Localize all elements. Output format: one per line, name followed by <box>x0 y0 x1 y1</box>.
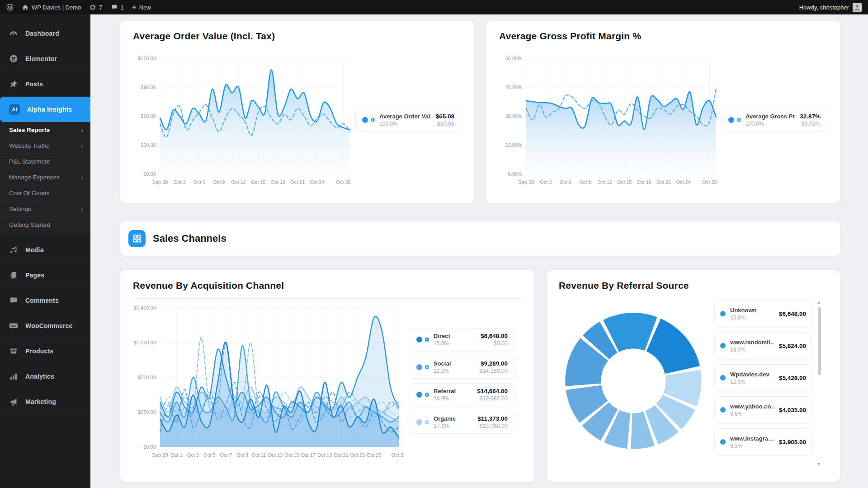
media-icon <box>9 245 18 254</box>
divider <box>131 49 463 49</box>
current-dot-icon <box>362 117 368 123</box>
donut-segment-6[interactable] <box>612 426 629 431</box>
svg-text:60.00%: 60.00% <box>505 56 523 61</box>
analytics-icon <box>9 372 18 381</box>
updates-count: 7 <box>99 4 102 11</box>
svg-text:$0.00: $0.00 <box>143 444 156 450</box>
posts-icon <box>9 80 18 89</box>
svg-text:Oct 1: Oct 1 <box>170 452 182 458</box>
sidebar-item-elementor[interactable]: Elementor <box>0 46 90 71</box>
section-title: Sales Channels <box>153 233 226 244</box>
sidebar-item-products[interactable]: Products <box>0 338 90 364</box>
donut-segment-8[interactable] <box>584 388 594 412</box>
source-value: $6,648.00 <box>779 310 806 317</box>
refresh-icon <box>89 4 96 11</box>
donut-segment-0[interactable] <box>611 331 651 336</box>
donut-segment-5[interactable] <box>632 429 649 432</box>
current-dot-icon <box>416 364 422 370</box>
divider <box>131 298 524 299</box>
svg-text:Oct 17: Oct 17 <box>301 452 316 458</box>
current-dot-icon <box>728 117 734 123</box>
scroll-up-arrow[interactable]: ▲ <box>816 300 821 305</box>
referral-source-item[interactable]: www.instagra…9.3%$3,905.00 <box>714 428 812 455</box>
sidebar-item-comments[interactable]: Comments <box>0 288 90 313</box>
wp-logo-icon[interactable] <box>6 4 14 11</box>
chevron-right-icon: › <box>81 174 83 181</box>
submenu-item-label: Cost Of Goods <box>9 190 49 197</box>
comments-count: 1 <box>121 4 124 11</box>
pages-icon <box>9 271 18 280</box>
legend-current-value: $14,664.00 <box>477 388 508 394</box>
legend-card-organic[interactable]: Organic27.1%$11,373.00$13,068.00 <box>410 411 514 434</box>
legend-name: Referral <box>434 388 472 394</box>
site-name-link[interactable]: WP Davies | Demo <box>22 4 81 11</box>
aov-line-chart[interactable]: Sep 30Oct 3Oct 6Oct 9Oct 12Oct 15Oct 18O… <box>133 52 355 188</box>
legend-card-direct[interactable]: Direct15.8%$6,648.00$0.00 <box>410 328 514 351</box>
legend-card-referral[interactable]: Referral34.9%$14,664.00$12,082.00 <box>410 383 514 406</box>
sidebar-item-label: Media <box>25 246 44 253</box>
submenu-item-cost-of-goods[interactable]: Cost Of Goods <box>0 185 90 201</box>
referral-source-item[interactable]: www.yahoo.co…9.6%$4,035.00 <box>714 396 812 423</box>
referral-source-item[interactable]: Unknown15.8%$6,648.00 <box>714 300 812 327</box>
legend-previous-value: $13,068.00 <box>477 423 508 429</box>
aov-legend-card[interactable]: Average Order Val… 100.0% $65.08 $60.06 <box>355 108 461 132</box>
sidebar-item-dashboard[interactable]: Dashboard <box>0 21 90 46</box>
legend-pct: 34.9% <box>434 395 472 402</box>
legend-name: Social <box>434 360 475 367</box>
referral-donut-chart[interactable] <box>559 306 708 455</box>
donut-segment-2[interactable] <box>680 373 684 400</box>
submenu-item-website-traffic[interactable]: Website Traffic› <box>0 138 90 154</box>
gpm-line-chart[interactable]: Sep 30Oct 3Oct 6Oct 9Oct 12Oct 15Oct 18O… <box>499 52 722 188</box>
source-dot-icon <box>720 311 726 316</box>
scrollbar-thumb[interactable] <box>818 307 821 375</box>
scroll-down-arrow[interactable]: ▼ <box>816 462 821 466</box>
dashboard-icon <box>9 29 18 38</box>
donut-segment-9[interactable] <box>583 349 594 385</box>
chevron-right-icon: › <box>81 205 83 213</box>
svg-text:Oct 15: Oct 15 <box>251 179 265 185</box>
referral-source-item[interactable]: Wpdavies.dev12.9%$5,428.00 <box>714 364 812 391</box>
submenu-item-p-l-statement[interactable]: P&L Statement <box>0 154 90 169</box>
legend-current-value: $9,289.00 <box>479 360 508 367</box>
donut-segment-7[interactable] <box>595 414 609 425</box>
acquisition-line-chart[interactable]: Sep 29Oct 1Oct 3Oct 5Oct 7Oct 9Oct 11Oct… <box>133 301 404 460</box>
account-menu[interactable]: Howdy, christopher <box>799 3 862 12</box>
sidebar-item-posts[interactable]: Posts <box>0 71 90 97</box>
svg-text:Oct 24: Oct 24 <box>310 179 324 185</box>
donut-segment-1[interactable] <box>654 335 683 370</box>
previous-dot-icon <box>425 393 429 397</box>
svg-text:15.00%: 15.00% <box>505 142 523 148</box>
svg-text:Oct 18: Oct 18 <box>637 179 651 185</box>
gpm-legend-card[interactable]: Average Gross Pro… 100.0% 32.87% 33.05% <box>722 108 827 132</box>
sidebar-item-marketing[interactable]: Marketing <box>0 389 90 414</box>
sidebar-item-woocommerce[interactable]: WOOWooCommerce <box>0 313 90 338</box>
source-dot-icon <box>720 439 726 445</box>
referral-source-item[interactable]: www.randomli…13.9%$5,824.00 <box>714 332 812 359</box>
submenu-item-settings[interactable]: Settings› <box>0 201 90 217</box>
divider <box>497 49 829 49</box>
referral-source-list: Unknown15.8%$6,648.00www.randomli…13.9%$… <box>714 300 822 467</box>
svg-text:Oct 12: Oct 12 <box>231 179 246 185</box>
sidebar-item-analytics[interactable]: Analytics <box>0 364 90 389</box>
donut-segment-3[interactable] <box>669 402 679 417</box>
sidebar-item-media[interactable]: Media <box>0 237 90 263</box>
sidebar-item-pages[interactable]: Pages <box>0 263 90 288</box>
submenu-item-getting-started[interactable]: Getting Started <box>0 217 90 233</box>
new-content-button[interactable]: + New <box>132 3 151 12</box>
donut-segment-4[interactable] <box>651 418 666 427</box>
svg-text:$90.00: $90.00 <box>141 84 156 90</box>
updates-button[interactable]: 7 <box>89 4 102 11</box>
submenu-item-manage-expenses[interactable]: Manage Expenses› <box>0 169 90 185</box>
legend-previous-value: 33.05% <box>800 121 821 127</box>
source-value: $5,428.00 <box>779 375 806 381</box>
donut-segment-10[interactable] <box>596 337 609 347</box>
legend-current-value: 32.87% <box>800 113 821 120</box>
svg-text:$60.00: $60.00 <box>141 113 156 119</box>
comments-button[interactable]: 1 <box>111 4 124 11</box>
source-name: www.instagra… <box>730 435 774 442</box>
legend-dots <box>728 117 741 123</box>
referral-list-scrollbar[interactable]: ▲ ▼ <box>816 300 821 467</box>
sidebar-item-alpha-insights[interactable]: AIAlpha Insights <box>0 97 90 122</box>
submenu-item-sales-reports[interactable]: Sales Reports› <box>0 122 90 138</box>
legend-card-social[interactable]: Social22.1%$9,289.00$14,189.00 <box>410 356 514 379</box>
